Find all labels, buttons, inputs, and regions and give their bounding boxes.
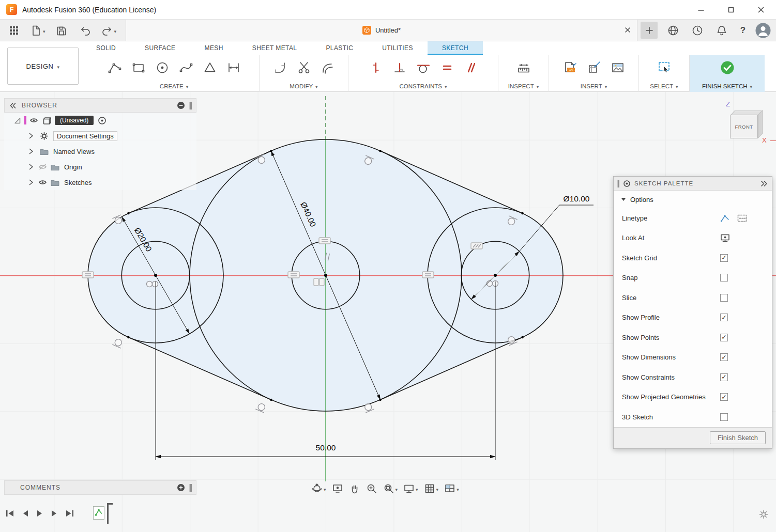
- fit-button[interactable]: [381, 482, 400, 495]
- polygon-tool-button[interactable]: [201, 59, 219, 76]
- circle-tool-button[interactable]: [154, 59, 171, 76]
- look-at-button[interactable]: [330, 482, 345, 495]
- tab-utilities[interactable]: UTILITIES: [368, 41, 428, 55]
- sketch-linetype-icon[interactable]: [720, 214, 730, 223]
- step-forward-button[interactable]: [51, 509, 58, 518]
- timeline-marker[interactable]: [107, 503, 109, 524]
- select-menu[interactable]: SELECT: [639, 81, 689, 92]
- browser-row-sketches[interactable]: Sketches: [4, 175, 196, 190]
- tangent-constraint-button[interactable]: [415, 59, 432, 76]
- snap-checkbox[interactable]: [720, 274, 728, 281]
- spline-tool-button[interactable]: [177, 59, 195, 76]
- fillet-tool-button[interactable]: [271, 59, 289, 76]
- comments-bar[interactable]: COMMENTS: [4, 480, 196, 495]
- tab-sketch[interactable]: SKETCH: [428, 41, 483, 55]
- timeline-sketch-feature[interactable]: [93, 506, 104, 520]
- browser-item-label[interactable]: Named Views: [53, 148, 95, 155]
- insert-menu[interactable]: INSERT: [549, 81, 638, 92]
- tab-sheet-metal[interactable]: SHEET METAL: [238, 41, 312, 55]
- inspect-menu[interactable]: INSPECT: [498, 81, 549, 92]
- insert-dxf-tool-button[interactable]: [585, 59, 603, 76]
- play-button[interactable]: [36, 509, 43, 518]
- browser-row-named-views[interactable]: Named Views: [4, 144, 196, 159]
- grid-settings-button[interactable]: [422, 482, 441, 495]
- minimize-button[interactable]: [686, 0, 716, 20]
- timeline-settings-gear[interactable]: [758, 509, 769, 520]
- collapse-right-icon[interactable]: [760, 180, 768, 187]
- finish-sketch-button[interactable]: [719, 59, 736, 76]
- show-points-checkbox[interactable]: [720, 334, 728, 341]
- tab-solid[interactable]: SOLID: [82, 41, 130, 55]
- measure-tool-button[interactable]: [515, 59, 532, 76]
- insert-svg-tool-button[interactable]: SVG: [561, 59, 579, 76]
- zoom-button[interactable]: [364, 482, 379, 495]
- offset-tool-button[interactable]: [319, 59, 337, 76]
- document-tab-close-button[interactable]: [625, 26, 631, 35]
- horizontal-vertical-constraint-button[interactable]: [367, 59, 385, 76]
- pan-button[interactable]: [347, 482, 362, 495]
- profile-avatar[interactable]: [755, 23, 771, 38]
- browser-row-origin[interactable]: Origin: [4, 159, 196, 175]
- canvas-tool-button[interactable]: [609, 59, 627, 76]
- design-workspace-button[interactable]: DESIGN: [7, 48, 79, 85]
- collapse-left-icon[interactable]: [9, 102, 17, 109]
- orbit-button[interactable]: [309, 482, 328, 495]
- save-button[interactable]: [52, 22, 70, 39]
- step-back-button[interactable]: [22, 509, 29, 518]
- browser-item-label[interactable]: Sketches: [64, 179, 92, 186]
- job-status-button[interactable]: [689, 22, 706, 39]
- eye-icon[interactable]: [38, 178, 47, 186]
- viewports-button[interactable]: [442, 482, 461, 495]
- expand-chevron-icon[interactable]: [28, 148, 34, 155]
- show-constraints-checkbox[interactable]: [720, 373, 728, 381]
- select-tool-button[interactable]: [656, 59, 673, 76]
- options-section-toggle[interactable]: Options: [614, 191, 772, 208]
- add-comment-button[interactable]: [177, 483, 185, 492]
- extensions-globe-button[interactable]: [664, 22, 682, 39]
- constraints-menu[interactable]: CONSTRAINTS: [348, 81, 498, 92]
- undo-button[interactable]: [77, 22, 94, 39]
- notifications-button[interactable]: [713, 22, 731, 39]
- line-tool-button[interactable]: [106, 59, 124, 76]
- file-menu-button[interactable]: [29, 24, 45, 37]
- expand-chevron-icon[interactable]: [28, 179, 34, 186]
- palette-finish-sketch-button[interactable]: Finish Sketch: [710, 431, 766, 444]
- browser-item-label[interactable]: Document Settings: [53, 131, 117, 141]
- sketch-dimension-tool-button[interactable]: [225, 59, 242, 76]
- activate-target-icon[interactable]: [98, 116, 106, 125]
- maximize-button[interactable]: [716, 0, 746, 20]
- eye-off-icon[interactable]: [38, 163, 47, 171]
- sketch-grid-checkbox[interactable]: [720, 254, 728, 262]
- show-dimensions-checkbox[interactable]: [720, 353, 728, 361]
- go-to-start-button[interactable]: [5, 509, 14, 518]
- trim-tool-button[interactable]: [295, 59, 313, 76]
- redo-button[interactable]: [101, 24, 117, 37]
- browser-row-document-settings[interactable]: Document Settings: [4, 128, 196, 144]
- show-profile-checkbox[interactable]: [720, 314, 728, 321]
- display-settings-button[interactable]: [401, 482, 420, 495]
- viewcube[interactable]: Z FRONT X: [723, 100, 774, 152]
- create-menu[interactable]: CREATE: [89, 81, 259, 92]
- eye-icon[interactable]: [29, 116, 38, 124]
- slice-checkbox[interactable]: [720, 294, 728, 302]
- look-at-icon[interactable]: [720, 233, 730, 243]
- viewcube-side-face[interactable]: [758, 110, 763, 138]
- finish-sketch-menu[interactable]: FINISH SKETCH: [690, 81, 765, 92]
- browser-drag-handle[interactable]: [190, 102, 192, 109]
- modify-menu[interactable]: MODIFY: [260, 81, 348, 92]
- expand-chevron-icon[interactable]: [28, 132, 34, 139]
- tab-mesh[interactable]: MESH: [190, 41, 238, 55]
- close-button[interactable]: [746, 0, 776, 20]
- tab-surface[interactable]: SURFACE: [130, 41, 190, 55]
- sketch-palette-header[interactable]: SKETCH PALETTE: [614, 177, 772, 191]
- document-tab[interactable]: Untitled*: [126, 20, 637, 41]
- comments-drag-handle[interactable]: [190, 484, 192, 492]
- equal-constraint-button[interactable]: [438, 59, 456, 76]
- 3d-sketch-checkbox[interactable]: [720, 413, 728, 421]
- help-button[interactable]: ?: [737, 25, 749, 36]
- browser-row-document[interactable]: (Unsaved): [4, 113, 196, 128]
- perpendicular-constraint-button[interactable]: [391, 59, 408, 76]
- palette-drag-handle[interactable]: [618, 180, 619, 187]
- parallel-constraint-button[interactable]: [462, 59, 480, 76]
- app-grid-button[interactable]: [5, 22, 23, 39]
